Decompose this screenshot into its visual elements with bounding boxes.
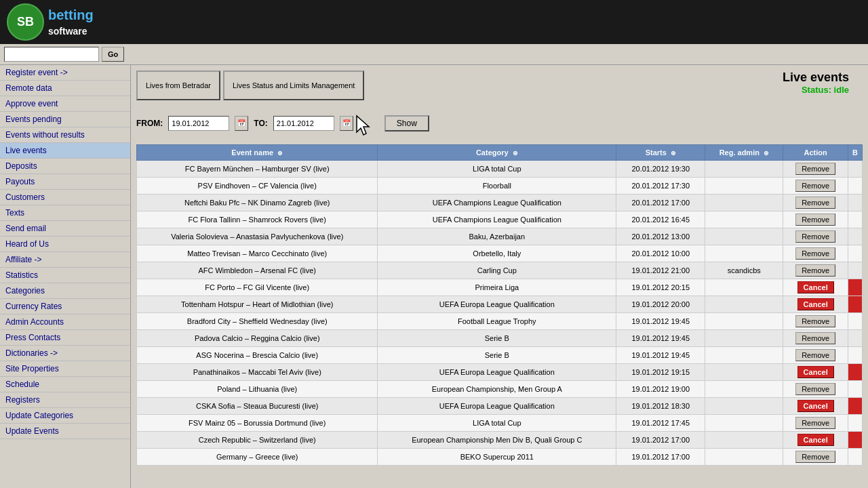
remove-button[interactable]: Remove [795, 349, 835, 361]
cell-action[interactable]: Remove [783, 161, 848, 178]
sidebar-item-texts[interactable]: Texts [0, 205, 130, 221]
cell-action[interactable]: Cancel [783, 432, 848, 449]
cell-action[interactable]: Cancel [783, 364, 848, 381]
cell-starts: 20.01.2012 13:00 [616, 228, 705, 245]
remove-button[interactable]: Remove [795, 230, 835, 243]
sidebar-item-register-event[interactable]: Register event -> [0, 65, 130, 81]
svg-marker-0 [357, 116, 369, 135]
cell-action[interactable]: Cancel [783, 296, 848, 313]
table-row: Padova Calcio – Reggina Calcio (live)Ser… [137, 330, 863, 347]
cell-starts: 20.01.2012 19:30 [616, 161, 705, 178]
cell-b [848, 381, 863, 398]
table-row: Czech Republic – Switzerland (live)Europ… [137, 432, 863, 449]
cell-admin [705, 211, 783, 228]
cancel-button[interactable]: Cancel [797, 400, 834, 412]
sidebar-item-site-properties[interactable]: Site Properties [0, 361, 130, 377]
cell-b [848, 245, 863, 262]
sidebar-item-press-contacts[interactable]: Press Contacts [0, 330, 130, 346]
from-date-input[interactable] [168, 116, 229, 131]
remove-button[interactable]: Remove [795, 197, 835, 209]
sidebar-item-schedule[interactable]: Schedule [0, 377, 130, 392]
cell-action[interactable]: Remove [783, 195, 848, 211]
sidebar-item-statistics[interactable]: Statistics [0, 268, 130, 283]
cell-event-name: FSV Mainz 05 – Borussia Dortmund (live) [137, 415, 378, 432]
cancel-button[interactable]: Cancel [797, 281, 834, 293]
cell-event-name: Neftchi Baku Pfc – NK Dinamo Zagreb (liv… [137, 195, 378, 211]
cell-starts: 20.01.2012 17:00 [616, 195, 705, 211]
table-row: FC Porto – FC Gil Vicente (live)Primeira… [137, 279, 863, 296]
to-date-input[interactable] [273, 116, 334, 131]
cell-action[interactable]: Remove [783, 449, 848, 466]
sidebar-item-customers[interactable]: Customers [0, 190, 130, 205]
cell-starts: 19.01.2012 19:45 [616, 330, 705, 347]
sidebar-item-update-events[interactable]: Update Events [0, 424, 130, 439]
remove-button[interactable]: Remove [795, 247, 835, 260]
remove-button[interactable]: Remove [795, 180, 835, 192]
cancel-button[interactable]: Cancel [797, 366, 834, 378]
cancel-button[interactable]: Cancel [797, 434, 834, 446]
sidebar-item-events-without-results[interactable]: Events without results [0, 127, 130, 143]
sidebar-item-affiliate[interactable]: Affiliate -> [0, 252, 130, 268]
sidebar-item-live-events[interactable]: Live events [0, 143, 130, 159]
cancel-button[interactable]: Cancel [797, 298, 834, 310]
cell-b [848, 195, 863, 211]
sidebar-item-heard-of-us[interactable]: Heard of Us [0, 237, 130, 252]
to-calendar-button[interactable]: 📅 [340, 116, 353, 131]
cell-action[interactable]: Remove [783, 262, 848, 279]
cell-admin [705, 364, 783, 381]
remove-button[interactable]: Remove [795, 417, 835, 429]
remove-button[interactable]: Remove [795, 264, 835, 277]
cell-b [848, 279, 863, 296]
cell-action[interactable]: Remove [783, 228, 848, 245]
remove-button[interactable]: Remove [795, 163, 835, 175]
sidebar-item-update-categories[interactable]: Update Categories [0, 408, 130, 424]
logo: SB bettingsoftware [7, 3, 94, 41]
sidebar-item-approve-event[interactable]: Approve event [0, 96, 130, 112]
sidebar-item-send-email[interactable]: Send email [0, 221, 130, 237]
cell-action[interactable]: Remove [783, 313, 848, 330]
sidebar-item-registers[interactable]: Registers [0, 392, 130, 408]
remove-button[interactable]: Remove [795, 332, 835, 344]
remove-button[interactable]: Remove [795, 315, 835, 327]
cell-category: UEFA Europa League Qualification [378, 296, 616, 313]
sidebar-item-categories[interactable]: Categories [0, 283, 130, 299]
sidebar-item-events-pending[interactable]: Events pending [0, 112, 130, 127]
events-table: Event name ⊕ Category ⊕ Starts ⊕ Reg. ad… [136, 144, 863, 466]
from-calendar-button[interactable]: 📅 [235, 116, 248, 131]
remove-button[interactable]: Remove [795, 383, 835, 395]
show-button[interactable]: Show [384, 115, 429, 131]
remove-button[interactable]: Remove [795, 214, 835, 226]
cell-action[interactable]: Remove [783, 211, 848, 228]
cell-action[interactable]: Remove [783, 178, 848, 195]
sidebar-item-remote-data[interactable]: Remote data [0, 81, 130, 96]
cell-action[interactable]: Cancel [783, 398, 848, 415]
sidebar-item-payouts[interactable]: Payouts [0, 174, 130, 190]
table-row: Neftchi Baku Pfc – NK Dinamo Zagreb (liv… [137, 195, 863, 211]
cell-starts: 19.01.2012 19:45 [616, 313, 705, 330]
cell-category: Serie B [378, 330, 616, 347]
sidebar-item-admin-accounts[interactable]: Admin Accounts [0, 314, 130, 330]
cell-action[interactable]: Remove [783, 245, 848, 262]
col-action: Action [783, 145, 848, 161]
search-input[interactable] [4, 47, 99, 62]
sidebar-item-dictionaries[interactable]: Dictionaries -> [0, 346, 130, 361]
lives-from-betradar-button[interactable]: Lives from Betradar [136, 70, 220, 100]
cell-admin [705, 313, 783, 330]
cell-admin [705, 432, 783, 449]
cell-action[interactable]: Cancel [783, 279, 848, 296]
cell-action[interactable]: Remove [783, 381, 848, 398]
cell-category: UEFA Champions League Qualification [378, 211, 616, 228]
table-row: ASG Nocerina – Brescia Calcio (live)Seri… [137, 347, 863, 364]
table-row: PSV Eindhoven – CF Valencia (live)Floorb… [137, 178, 863, 195]
cell-category: Serie B [378, 347, 616, 364]
cell-action[interactable]: Remove [783, 330, 848, 347]
cell-action[interactable]: Remove [783, 415, 848, 432]
cell-action[interactable]: Remove [783, 347, 848, 364]
remove-button[interactable]: Remove [795, 451, 835, 463]
sidebar-item-deposits[interactable]: Deposits [0, 159, 130, 174]
cell-admin: scandicbs [705, 262, 783, 279]
sidebar-item-currency-rates[interactable]: Currency Rates [0, 299, 130, 314]
lives-status-limits-button[interactable]: Lives Status and Limits Management [223, 70, 364, 100]
go-button[interactable]: Go [102, 47, 124, 62]
cell-admin [705, 161, 783, 178]
